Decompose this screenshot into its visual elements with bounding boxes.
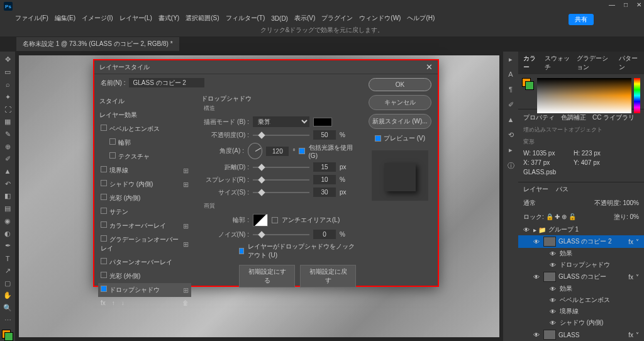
visibility-icon[interactable]: 👁 bbox=[523, 226, 531, 233]
style-outer-glow[interactable]: 光彩 (外側) bbox=[98, 269, 191, 283]
opacity-input[interactable] bbox=[313, 130, 336, 140]
name-input[interactable] bbox=[129, 78, 204, 87]
style-satin[interactable]: サテン bbox=[98, 205, 191, 219]
noise-input[interactable] bbox=[313, 230, 336, 239]
contour-picker[interactable] bbox=[253, 214, 268, 226]
heal-tool-icon[interactable]: ⊕ bbox=[2, 141, 13, 152]
fx-badge[interactable]: fx bbox=[628, 332, 633, 338]
fx-badge[interactable]: fx bbox=[628, 274, 633, 281]
style-contour[interactable]: 輪郭 bbox=[98, 136, 191, 150]
opacity-slider[interactable] bbox=[253, 135, 309, 136]
style-inner-shadow[interactable]: シャドウ (内側)⊞ bbox=[98, 177, 191, 191]
pen-tool-icon[interactable]: ✒ bbox=[2, 240, 13, 252]
add-icon[interactable]: ⊞ bbox=[183, 222, 189, 230]
layer-fx[interactable]: 👁効果 bbox=[518, 283, 644, 294]
make-default-button[interactable]: 初期設定にする bbox=[239, 265, 295, 288]
menu-plugin[interactable]: プラグイン bbox=[321, 14, 353, 23]
dialog-close-icon[interactable]: ✕ bbox=[426, 62, 433, 72]
effects-header[interactable]: レイヤー効果 bbox=[98, 108, 191, 122]
layer-fx[interactable]: 👁ドロップシャドウ bbox=[518, 259, 644, 271]
brush-tool-icon[interactable]: ✐ bbox=[2, 154, 13, 165]
menu-help[interactable]: ヘルプ(H) bbox=[407, 14, 435, 23]
menu-view[interactable]: 表示(V) bbox=[294, 14, 315, 23]
visibility-icon[interactable]: 👁 bbox=[533, 238, 541, 245]
maximize-icon[interactable]: □ bbox=[624, 1, 628, 8]
tab-adjustments[interactable]: 色調補正 bbox=[561, 113, 586, 122]
menu-layer[interactable]: レイヤー(L) bbox=[119, 14, 152, 23]
style-drop-shadow[interactable]: ドロップシャドウ⊞ bbox=[98, 283, 191, 297]
tab-pattern[interactable]: パターン bbox=[619, 54, 639, 72]
size-slider[interactable] bbox=[253, 192, 309, 193]
new-style-button[interactable]: 新規スタイル (W)... bbox=[369, 114, 431, 129]
tab-libraries[interactable]: CC ライブラリ bbox=[592, 113, 635, 122]
paragraph-panel-icon[interactable]: ¶ bbox=[505, 86, 516, 97]
hand-tool-icon[interactable]: ✋ bbox=[2, 290, 13, 301]
fill-value[interactable]: 0% bbox=[630, 213, 639, 220]
visibility-icon[interactable]: 👁 bbox=[550, 250, 557, 257]
path-tool-icon[interactable]: ↗ bbox=[2, 265, 13, 276]
spread-slider[interactable] bbox=[253, 179, 309, 181]
blend-mode[interactable]: 通常 bbox=[523, 199, 536, 208]
visibility-icon[interactable]: 👁 bbox=[533, 274, 541, 281]
eraser-tool-icon[interactable]: ◧ bbox=[2, 191, 13, 202]
tab-properties[interactable]: プロパティ bbox=[523, 113, 555, 122]
menu-select[interactable]: 選択範囲(S) bbox=[186, 14, 219, 23]
lasso-tool-icon[interactable]: ⌕ bbox=[2, 79, 13, 90]
angle-dial[interactable] bbox=[248, 143, 262, 159]
distance-slider[interactable] bbox=[253, 167, 309, 168]
visibility-icon[interactable]: 👁 bbox=[550, 262, 557, 269]
visibility-icon[interactable]: 👁 bbox=[550, 308, 557, 315]
blur-tool-icon[interactable]: ◉ bbox=[2, 216, 13, 227]
distance-input[interactable] bbox=[313, 162, 336, 172]
trash-icon[interactable]: 🗑 bbox=[182, 299, 189, 306]
visibility-icon[interactable]: 👁 bbox=[550, 320, 557, 327]
style-color-overlay[interactable]: カラーオーバーレイ⊞ bbox=[98, 219, 191, 233]
document-tab[interactable]: 名称未設定 1 @ 73.3% (GLASS のコピー 2, RGB/8) * bbox=[16, 37, 179, 51]
layer-fx[interactable]: 👁効果 bbox=[518, 248, 644, 259]
knockout-checkbox[interactable] bbox=[239, 248, 244, 254]
menu-type[interactable]: 書式(Y) bbox=[158, 14, 179, 23]
menu-window[interactable]: ウィンドウ(W) bbox=[359, 14, 401, 23]
zoom-tool-icon[interactable]: 🔍 bbox=[2, 303, 13, 314]
style-inner-glow[interactable]: 光彩 (内側) bbox=[98, 191, 191, 205]
up-icon[interactable]: ↑ bbox=[112, 299, 115, 306]
global-light-checkbox[interactable] bbox=[299, 148, 304, 154]
reset-default-button[interactable]: 初期設定に戻す bbox=[300, 265, 356, 288]
crop-tool-icon[interactable]: ⛶ bbox=[2, 104, 13, 115]
style-bevel[interactable]: ベベルとエンボス bbox=[98, 122, 191, 136]
fx-badge[interactable]: fx bbox=[628, 238, 633, 245]
close-icon[interactable]: ✕ bbox=[636, 1, 641, 8]
spread-input[interactable] bbox=[313, 175, 336, 184]
layer-item[interactable]: 👁GLASSfx ˅ bbox=[518, 328, 644, 341]
layer-group[interactable]: 👁▸ 📁 グループ 1 bbox=[518, 224, 644, 235]
layer-fx[interactable]: 👁境界線 bbox=[518, 306, 644, 317]
shape-tool-icon[interactable]: ▢ bbox=[2, 277, 13, 289]
ok-button[interactable]: OK bbox=[369, 78, 431, 91]
layer-fx[interactable]: 👁ベベルとエンボス bbox=[518, 294, 644, 306]
color-picker[interactable] bbox=[537, 78, 631, 113]
history-tool-icon[interactable]: ↶ bbox=[2, 178, 13, 189]
visibility-icon[interactable]: 👁 bbox=[533, 332, 541, 338]
add-icon[interactable]: ⊞ bbox=[183, 167, 189, 175]
tab-gradient[interactable]: グラデーション bbox=[577, 54, 613, 72]
layer-item[interactable]: 👁GLASS のコピー 2fx ˅ bbox=[518, 235, 644, 248]
menu-edit[interactable]: 編集(E) bbox=[55, 14, 75, 23]
visibility-icon[interactable]: 👁 bbox=[550, 297, 557, 304]
preview-checkbox[interactable] bbox=[375, 135, 381, 142]
panel-icon[interactable]: ▸ bbox=[505, 55, 516, 67]
noise-slider[interactable] bbox=[253, 234, 309, 235]
clone-panel-icon[interactable]: ▲ bbox=[505, 116, 516, 127]
eyedropper-tool-icon[interactable]: ✎ bbox=[2, 128, 13, 140]
action-panel-icon[interactable]: ▸ bbox=[505, 146, 516, 157]
info-panel-icon[interactable]: ⓘ bbox=[505, 161, 516, 172]
menu-image[interactable]: イメージ(I) bbox=[82, 14, 113, 23]
move-tool-icon[interactable]: ✥ bbox=[2, 54, 13, 65]
menu-filter[interactable]: フィルター(T) bbox=[226, 14, 265, 23]
layer-fx[interactable]: 👁シャドウ (内側) bbox=[518, 317, 644, 328]
add-icon[interactable]: ⊞ bbox=[183, 240, 189, 249]
tab-layers[interactable]: レイヤー bbox=[523, 185, 548, 194]
antialias-checkbox[interactable] bbox=[272, 217, 278, 223]
cancel-button[interactable]: キャンセル bbox=[369, 95, 431, 110]
style-pattern-overlay[interactable]: パターンオーバーレイ bbox=[98, 255, 191, 269]
dialog-titlebar[interactable]: レイヤースタイル ✕ bbox=[94, 60, 438, 74]
